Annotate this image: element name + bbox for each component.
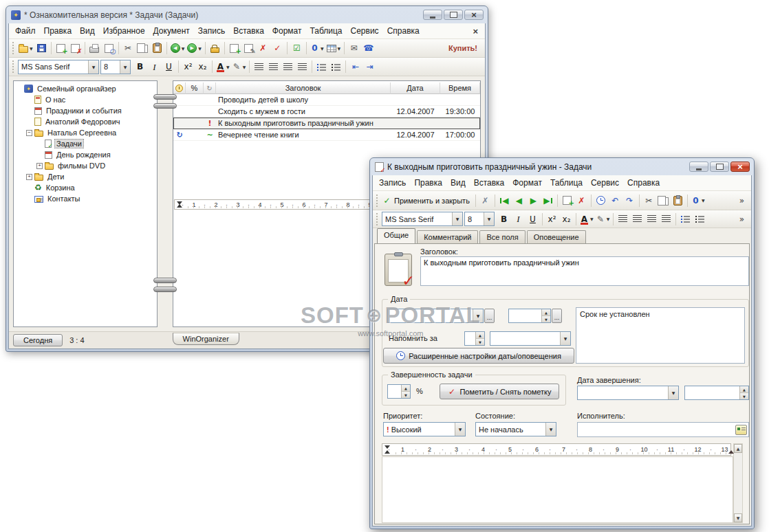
dropdown-arrow-icon[interactable]: ▼ — [198, 46, 202, 51]
spinner-buttons[interactable] — [541, 309, 550, 322]
align-right-button[interactable] — [645, 212, 659, 227]
tab-1[interactable]: Комментарий — [417, 230, 478, 243]
spin-up-icon[interactable] — [476, 332, 484, 338]
dropdown-arrow-icon[interactable]: ▼ — [321, 46, 324, 51]
today-button[interactable]: Сегодня — [13, 334, 63, 346]
dropdown-arrow-icon[interactable]: ▼ — [702, 198, 705, 203]
increase-indent-button[interactable]: ⇥ — [362, 59, 377, 74]
delete-note-button[interactable]: ✗ — [68, 41, 83, 56]
bold-button[interactable]: B — [497, 212, 511, 227]
collapse-icon[interactable]: − — [26, 130, 32, 136]
spin-down-icon[interactable] — [476, 338, 484, 345]
tree-item[interactable]: −Наталья Сергеевна — [14, 127, 157, 138]
redo-button[interactable]: ↷ — [622, 193, 637, 208]
align-center-button[interactable] — [266, 59, 281, 74]
menu-item-1[interactable]: Правка — [40, 24, 76, 38]
due-time-spinner[interactable] — [508, 309, 551, 323]
insert-table-button[interactable]: ▼ — [325, 41, 343, 56]
highlight-button[interactable]: ✎▼ — [595, 212, 611, 227]
tree-item[interactable]: Семейный органайзер — [14, 83, 157, 94]
font-size-select[interactable]: 8 — [100, 60, 131, 74]
protect-button[interactable] — [208, 41, 222, 56]
subscript-button[interactable]: x₂ — [195, 59, 210, 74]
alarm-button[interactable] — [594, 193, 608, 208]
scroll-down-icon[interactable] — [734, 513, 742, 522]
contact-call-button[interactable]: ☎ — [361, 41, 376, 56]
menu-item-9[interactable]: Сервис — [347, 24, 383, 38]
attachments-button[interactable]: 0▼ — [690, 193, 706, 208]
column-header[interactable]: Дата — [391, 82, 440, 94]
tab-2[interactable]: Все поля — [479, 230, 525, 243]
state-select[interactable]: Не началась — [475, 422, 556, 436]
add-record-button[interactable]: + — [227, 41, 241, 56]
highlight-button[interactable]: ✎▼ — [231, 59, 248, 74]
executor-input[interactable] — [577, 422, 749, 437]
cancel-button[interactable]: ✗ — [478, 193, 492, 208]
decrease-indent-button[interactable]: ⇤ — [348, 59, 362, 74]
edit-record-button[interactable]: ✎ — [241, 41, 256, 56]
scroll-up-icon[interactable] — [734, 444, 742, 453]
prev-record-button[interactable]: ◀ — [512, 193, 526, 208]
dropdown-arrow-icon[interactable] — [452, 212, 462, 225]
tree-item[interactable]: Анатолий Федорович — [14, 116, 157, 127]
dropdown-arrow-icon[interactable] — [473, 309, 483, 322]
copy-button[interactable] — [136, 41, 150, 56]
cut-button[interactable]: ✂ — [121, 41, 136, 56]
tree-item[interactable]: +Дети — [14, 171, 157, 182]
menu-item-2[interactable]: Вид — [76, 24, 99, 38]
due-date-select[interactable] — [387, 309, 484, 323]
due-date-more-button[interactable] — [484, 309, 495, 323]
dropdown-arrow-icon[interactable]: ▼ — [590, 217, 594, 221]
font-family-select[interactable]: MS Sans Serif — [382, 212, 463, 226]
toolbar-overflow-button[interactable]: » — [735, 212, 749, 227]
toolbar-grip[interactable] — [12, 42, 14, 54]
due-time-more-button[interactable] — [552, 309, 562, 323]
align-center-button[interactable] — [630, 212, 645, 227]
add-record-button[interactable]: + — [560, 193, 574, 208]
first-record-button[interactable]: ◀ — [497, 193, 512, 208]
table-row[interactable]: Проводить детей в школу — [173, 94, 480, 106]
menu-item-2[interactable]: Вид — [446, 176, 470, 190]
dropdown-arrow-icon[interactable] — [545, 423, 556, 436]
last-record-button[interactable]: ▶ — [541, 193, 555, 208]
bullet-list-button[interactable] — [314, 59, 329, 74]
completion-date-select[interactable] — [577, 386, 679, 400]
spin-up-icon[interactable] — [740, 386, 748, 392]
left-indent-marker[interactable] — [177, 204, 182, 208]
bold-button[interactable]: B — [133, 59, 147, 74]
apply-and-close-button[interactable]: ✓Применить и закрыть — [381, 193, 473, 208]
underline-button[interactable]: U — [162, 59, 176, 74]
align-left-button[interactable] — [252, 59, 266, 74]
spin-up-icon[interactable] — [542, 309, 550, 315]
italic-button[interactable]: I — [147, 59, 162, 74]
main-titlebar[interactable]: * Ознакомительная версия * Задачи (Задач… — [8, 6, 486, 23]
menu-item-10[interactable]: Справка — [383, 24, 424, 38]
close-document-icon[interactable] — [468, 26, 483, 36]
checkbox-field-button[interactable]: ☑ — [290, 41, 304, 56]
right-margin-marker[interactable] — [728, 450, 734, 454]
dropdown-arrow-icon[interactable] — [668, 386, 678, 399]
menu-item-0[interactable]: Файл — [11, 24, 40, 38]
column-header[interactable]: % — [186, 82, 204, 94]
undo-button[interactable]: ↶ — [608, 193, 622, 208]
remind-amount-spinner[interactable] — [464, 331, 485, 346]
tab-0[interactable]: Общие — [377, 228, 415, 243]
recur-column-header[interactable]: ↻ — [204, 82, 216, 94]
alarm-column-header[interactable] — [173, 82, 186, 94]
menu-item-7[interactable]: Формат — [268, 24, 306, 38]
font-size-select[interactable]: 8 — [464, 212, 495, 226]
menu-item-6[interactable]: Вставка — [229, 24, 268, 38]
send-mail-button[interactable]: ✉ — [347, 41, 361, 56]
align-justify-button[interactable] — [295, 59, 310, 74]
tree-item[interactable]: О нас — [14, 94, 157, 105]
tree-item[interactable]: Контакты — [14, 193, 157, 204]
task-note-editor[interactable] — [382, 456, 733, 523]
align-justify-button[interactable] — [659, 212, 673, 227]
menu-item-1[interactable]: Правка — [410, 176, 446, 190]
nav-forward-button[interactable]: ▶▼ — [186, 41, 203, 56]
dropdown-arrow-icon[interactable] — [484, 212, 494, 225]
completion-time-spinner[interactable] — [684, 386, 749, 400]
numbered-list-button[interactable] — [693, 212, 707, 227]
dropdown-arrow-icon[interactable]: ▼ — [226, 65, 230, 69]
open-file-button[interactable]: ▼ — [17, 41, 34, 56]
